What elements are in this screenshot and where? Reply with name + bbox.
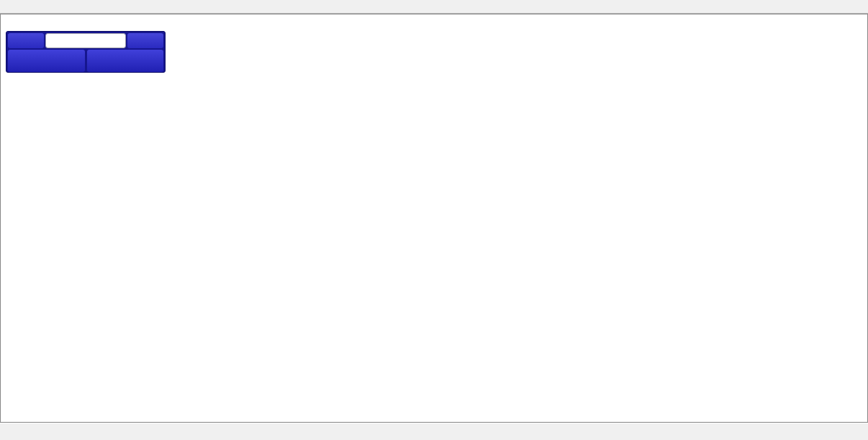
lot-size-input[interactable] (46, 34, 126, 48)
trading-terminal (0, 0, 868, 440)
one-click-trade-panel (6, 31, 166, 73)
sell-quote[interactable] (8, 50, 85, 72)
sell-button[interactable] (8, 33, 44, 48)
chart-window[interactable] (0, 14, 868, 423)
buy-quote[interactable] (87, 50, 164, 72)
lot-size-group (45, 33, 126, 48)
chart-canvas[interactable] (1, 14, 867, 422)
chart-tab-bar (0, 423, 868, 440)
timeframe-toolbar (0, 0, 868, 14)
buy-button[interactable] (127, 33, 163, 48)
